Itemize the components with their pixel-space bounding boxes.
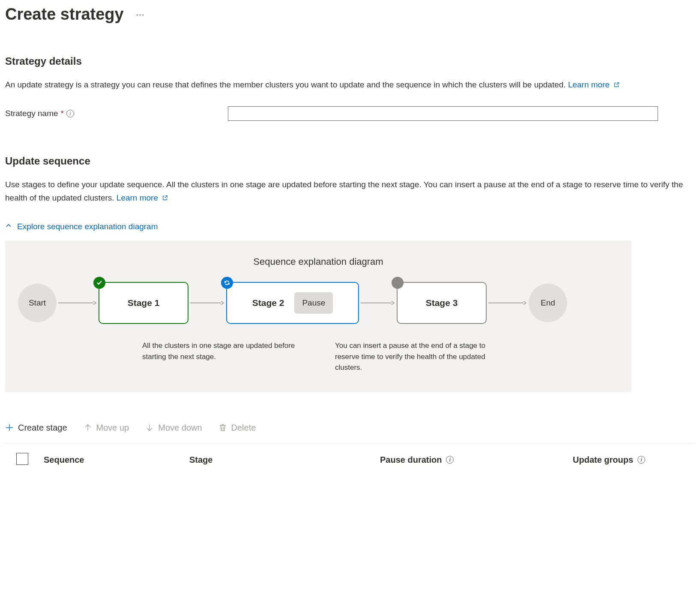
strategy-name-label: Strategy name * i (5, 109, 228, 118)
learn-more-link[interactable]: Learn more (117, 193, 168, 202)
more-icon[interactable]: ⋯ (136, 9, 144, 20)
external-link-icon (162, 192, 168, 205)
arrow-down-icon (145, 423, 154, 432)
info-icon[interactable]: i (66, 110, 74, 117)
arrow-icon (188, 300, 226, 306)
update-sequence-heading: Update sequence (5, 155, 695, 167)
pending-icon (392, 277, 404, 289)
check-icon (93, 277, 105, 289)
col-sequence[interactable]: Sequence (44, 455, 189, 465)
info-icon[interactable]: i (446, 456, 454, 464)
sync-icon (221, 277, 233, 289)
create-stage-label: Create stage (18, 423, 67, 433)
diagram-title: Sequence explanation diagram (18, 256, 619, 267)
external-link-icon (613, 79, 619, 92)
diagram-stage-3: Stage 3 (397, 282, 487, 324)
strategy-details-text: An update strategy is a strategy you can… (5, 80, 566, 89)
arrow-up-icon (84, 423, 92, 432)
explore-diagram-toggle[interactable]: Explore sequence explanation diagram (5, 222, 158, 231)
delete-label: Delete (231, 423, 256, 433)
move-down-label: Move down (158, 423, 202, 433)
col-pause-label: Pause duration (380, 455, 442, 465)
arrow-icon (359, 300, 397, 306)
arrow-icon (487, 300, 529, 306)
page-title: Create strategy (5, 5, 124, 24)
stage-2-label: Stage 2 (252, 298, 284, 308)
col-pause-duration[interactable]: Pause duration i (380, 455, 573, 465)
chevron-up-icon (5, 222, 12, 231)
update-sequence-text: Use stages to define your update sequenc… (5, 180, 683, 202)
create-stage-button[interactable]: Create stage (5, 423, 67, 433)
learn-more-label: Learn more (117, 193, 158, 202)
diagram-start-node: Start (18, 284, 57, 322)
pause-badge: Pause (294, 292, 333, 314)
strategy-name-label-text: Strategy name (5, 109, 58, 118)
col-update-groups[interactable]: Update groups i (573, 455, 695, 465)
stage-table-header: Sequence Stage Pause duration i Update g… (5, 443, 695, 473)
move-up-label: Move up (96, 423, 129, 433)
stage-3-label: Stage 3 (426, 298, 458, 308)
diagram-caption-2: You can insert a pause at the end of a s… (335, 340, 511, 373)
update-sequence-description: Use stages to define your update sequenc… (5, 178, 695, 205)
select-all-checkbox[interactable] (16, 453, 28, 465)
diagram-stage-1: Stage 1 (99, 282, 188, 324)
learn-more-label: Learn more (568, 80, 610, 89)
required-asterisk: * (61, 109, 64, 118)
move-up-button[interactable]: Move up (84, 423, 129, 433)
stage-1-label: Stage 1 (128, 298, 160, 308)
col-stage[interactable]: Stage (189, 455, 380, 465)
strategy-details-heading: Strategy details (5, 55, 695, 67)
delete-button[interactable]: Delete (218, 423, 256, 433)
learn-more-link[interactable]: Learn more (568, 80, 619, 89)
explore-diagram-label: Explore sequence explanation diagram (17, 222, 158, 231)
move-down-button[interactable]: Move down (145, 423, 202, 433)
arrow-icon (57, 300, 99, 306)
info-icon[interactable]: i (637, 456, 645, 464)
strategy-details-description: An update strategy is a strategy you can… (5, 78, 695, 92)
sequence-diagram-panel: Sequence explanation diagram Start Stage… (5, 241, 631, 392)
diagram-end-node: End (529, 284, 567, 322)
col-groups-label: Update groups (573, 455, 633, 465)
strategy-name-input[interactable] (228, 106, 658, 121)
trash-icon (218, 423, 227, 432)
diagram-caption-1: All the clusters in one stage are update… (142, 340, 309, 373)
diagram-stage-2: Stage 2 Pause (226, 282, 359, 324)
plus-icon (5, 423, 14, 432)
